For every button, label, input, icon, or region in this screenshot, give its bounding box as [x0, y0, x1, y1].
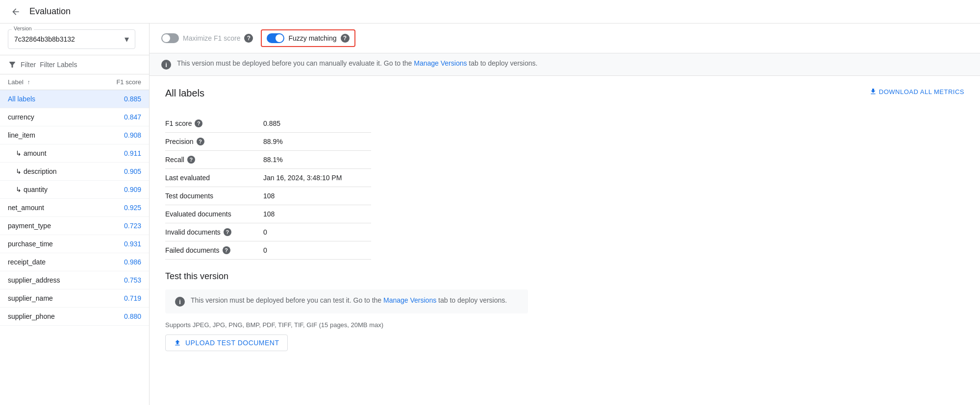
deploy-info-banner: i This version must be deployed before y… [150, 53, 980, 76]
maximize-f1-label: Maximize F1 score [183, 34, 240, 42]
metric-row: Failed documents?0 [165, 241, 371, 260]
test-section-title: Test this version [165, 271, 964, 282]
metric-row: F1 score?0.885 [165, 115, 371, 133]
metric-value-cell: 0.885 [263, 115, 371, 133]
main-content: All labels DOWNLOAD ALL METRICS F1 score… [150, 76, 980, 363]
label-list-item[interactable]: currency0.847 [0, 108, 149, 126]
metric-value-cell: 0 [263, 223, 371, 241]
metric-label: F1 score [165, 119, 192, 127]
header: Evaluation [0, 0, 980, 24]
label-score: 0.719 [124, 294, 141, 302]
supports-text: Supports JPEG, JPG, PNG, BMP, PDF, TIFF,… [165, 321, 964, 329]
toggle-knob [162, 34, 170, 42]
fuzzy-toggle-knob [276, 34, 283, 42]
metric-label: Precision [165, 138, 194, 145]
filter-label: Filter [21, 61, 36, 69]
fuzzy-matching-label: Fuzzy matching [288, 34, 336, 42]
metric-value-cell: 108 [263, 187, 371, 205]
download-icon [869, 88, 877, 95]
fuzzy-matching-help-icon[interactable]: ? [341, 34, 350, 43]
label-score: 0.911 [124, 149, 141, 157]
metric-label: Evaluated documents [165, 205, 263, 223]
label-score: 0.909 [124, 186, 141, 193]
metrics-section-title: All labels [165, 88, 204, 99]
metric-label: Test documents [165, 187, 263, 205]
metric-row: Recall?88.1% [165, 151, 371, 169]
label-list-item[interactable]: receipt_date0.986 [0, 253, 149, 271]
metric-help-icon[interactable]: ? [195, 119, 202, 127]
label-score: 0.905 [124, 167, 141, 175]
label-list-item[interactable]: supplier_name0.719 [0, 289, 149, 308]
upload-test-document-button[interactable]: UPLOAD TEST DOCUMENT [165, 334, 288, 351]
label-score: 0.908 [124, 131, 141, 139]
label-score: 0.847 [124, 113, 141, 121]
test-manage-versions-link[interactable]: Manage Versions [383, 296, 436, 304]
version-dropdown[interactable]: Version 7c32864b3b8b3132 ▾ [8, 29, 135, 49]
label-list-item[interactable]: supplier_phone0.880 [0, 308, 149, 326]
version-value: 7c32864b3b8b3132 [14, 35, 75, 43]
label-column-header: Label ↑ [8, 78, 30, 86]
label-list-item[interactable]: payment_type0.723 [0, 217, 149, 235]
label-list-item[interactable]: purchase_time0.931 [0, 235, 149, 253]
manage-versions-link[interactable]: Manage Versions [414, 59, 467, 67]
label-name: receipt_date [8, 258, 46, 266]
label-list-item[interactable]: ↳ quantity0.909 [0, 181, 149, 199]
label-list-item[interactable]: All labels0.885 [0, 90, 149, 108]
fuzzy-matching-toggle[interactable] [267, 33, 284, 43]
label-score: 0.753 [124, 276, 141, 284]
maximize-f1-help-icon[interactable]: ? [244, 34, 253, 43]
metric-label-cell: Failed documents? [165, 241, 263, 260]
metric-help-icon[interactable]: ? [187, 156, 195, 164]
metric-value-cell: 108 [263, 205, 371, 223]
test-banner-text: This version must be deployed before you… [191, 296, 507, 304]
filter-row: Filter Filter Labels [0, 55, 149, 74]
filter-icon [8, 60, 17, 69]
label-list-item[interactable]: line_item0.908 [0, 126, 149, 144]
version-select-control[interactable]: 7c32864b3b8b3132 ▾ [8, 29, 135, 49]
info-icon: i [161, 60, 171, 70]
metric-label-cell: Recall? [165, 151, 263, 169]
label-score: 0.885 [124, 95, 141, 103]
label-score: 0.931 [124, 240, 141, 248]
metric-help-icon[interactable]: ? [224, 228, 231, 236]
metric-value-cell: 0 [263, 241, 371, 260]
label-list-header: Label ↑ F1 score [0, 74, 149, 90]
label-name: All labels [8, 95, 35, 103]
metric-label-cell: Precision? [165, 133, 263, 151]
metric-row: Invalid documents?0 [165, 223, 371, 241]
label-score: 0.986 [124, 258, 141, 266]
metric-value-cell: 88.1% [263, 151, 371, 169]
chevron-down-icon: ▾ [125, 34, 129, 45]
label-score: 0.880 [124, 312, 141, 320]
label-name: supplier_address [8, 276, 60, 284]
filter-labels-link[interactable]: Filter Labels [40, 61, 77, 69]
section-divider [165, 260, 964, 271]
metric-value-cell: Jan 16, 2024, 3:48:10 PM [263, 169, 371, 187]
label-name: currency [8, 113, 34, 121]
sidebar: Version 7c32864b3b8b3132 ▾ Filter Filter… [0, 24, 150, 405]
metric-help-icon[interactable]: ? [197, 138, 204, 145]
metric-label-cell: Invalid documents? [165, 223, 263, 241]
metric-value-cell: 88.9% [263, 133, 371, 151]
metric-label: Invalid documents [165, 228, 221, 236]
maximize-f1-toggle[interactable] [161, 33, 179, 43]
metric-row: Precision?88.9% [165, 133, 371, 151]
page-title: Evaluation [29, 6, 71, 17]
label-list-item[interactable]: net_amount0.925 [0, 199, 149, 217]
metric-label: Recall [165, 156, 184, 164]
test-info-icon: i [175, 297, 185, 307]
download-all-metrics-link[interactable]: DOWNLOAD ALL METRICS [869, 88, 964, 95]
back-button[interactable] [8, 4, 24, 20]
label-name: ↳ amount [8, 149, 47, 157]
main-layout: Version 7c32864b3b8b3132 ▾ Filter Filter… [0, 24, 980, 405]
test-deploy-banner: i This version must be deployed before y… [165, 289, 528, 313]
metric-label-cell: F1 score? [165, 115, 263, 133]
label-list-item[interactable]: ↳ description0.905 [0, 163, 149, 181]
label-list-item[interactable]: ↳ amount0.911 [0, 144, 149, 163]
version-selector-area: Version 7c32864b3b8b3132 ▾ [0, 24, 149, 55]
label-name: purchase_time [8, 240, 53, 248]
label-name: ↳ description [8, 167, 57, 175]
label-list-item[interactable]: supplier_address0.753 [0, 271, 149, 289]
label-score: 0.723 [124, 222, 141, 230]
metric-help-icon[interactable]: ? [223, 246, 230, 254]
